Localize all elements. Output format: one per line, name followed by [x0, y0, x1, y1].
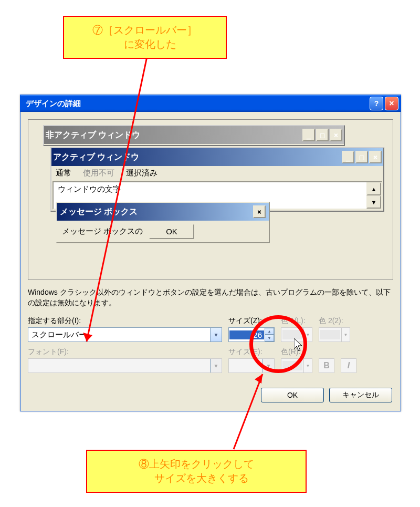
titlebar-buttons: ? ×: [370, 97, 398, 110]
item-field: 指定する部分(I): スクロールバー ▼: [28, 316, 222, 342]
menu-row: 通常 使用不可 選択済み: [51, 166, 383, 180]
color2-label: 色 2(2):: [319, 316, 350, 326]
dialog-titlebar: デザインの詳細 ? ×: [20, 95, 401, 112]
cancel-button[interactable]: キャンセル: [329, 388, 392, 402]
action-row: OK キャンセル: [28, 378, 393, 403]
close-icon: ×: [369, 151, 382, 163]
menu-normal: 通常: [56, 168, 71, 177]
cursor-icon: [294, 338, 304, 353]
item-label: 指定する部分(I):: [28, 316, 222, 326]
menu-disabled: 使用不可: [83, 168, 114, 177]
color2-field: 色 2(2): ▼: [319, 316, 350, 342]
scroll-down-icon: ▼: [366, 195, 381, 209]
close-icon: ×: [253, 205, 266, 218]
font-field: フォント(F): ▼: [28, 347, 222, 373]
preview-inactive-window: 非アクティブ ウィンドウ _ □ ×: [43, 125, 345, 146]
design-details-dialog: デザインの詳細 ? × 非アクティブ ウィンドウ _ □ ×: [20, 95, 401, 411]
ok-button[interactable]: OK: [261, 388, 324, 402]
preview-area[interactable]: 非アクティブ ウィンドウ _ □ × アクティブ ウィンドウ _: [28, 119, 393, 280]
dialog-body: 非アクティブ ウィンドウ _ □ × アクティブ ウィンドウ _: [20, 112, 401, 411]
preview-messagebox: メッセージ ボックス × メッセージ ボックスの OK: [56, 202, 270, 243]
close-button[interactable]: ×: [385, 97, 398, 110]
italic-button: I: [341, 358, 356, 373]
color2-combo: ▼: [319, 327, 350, 342]
chevron-down-icon[interactable]: ▼: [210, 328, 222, 342]
chevron-down-icon: ▼: [210, 359, 222, 373]
maximize-icon: □: [316, 129, 329, 141]
close-icon: ×: [330, 129, 342, 141]
msgbox-ok-button: OK: [149, 224, 194, 239]
controls-row-2: フォント(F): ▼ サイズ(E): ▼ 色(R):: [28, 347, 393, 373]
inactive-controls: _ □ ×: [302, 129, 342, 141]
active-controls: _ □ ×: [342, 151, 382, 163]
msgbox-body: メッセージ ボックスの OK: [57, 221, 269, 242]
inactive-title: 非アクティブ ウィンドウ: [46, 130, 140, 141]
callout-text: ⑧上矢印をクリックして サイズを大きくする: [139, 458, 254, 484]
minimize-icon: _: [302, 129, 315, 141]
scroll-buttons: ▲ ▼: [366, 182, 381, 209]
callout-text: ⑦［スクロールバー］ に変化した: [92, 24, 197, 50]
scroll-up-icon: ▲: [366, 182, 381, 195]
bold-button: B: [319, 358, 334, 373]
callout-bottom: ⑧上矢印をクリックして サイズを大きくする: [86, 450, 307, 493]
font-label: フォント(F):: [28, 347, 222, 357]
inactive-titlebar: 非アクティブ ウィンドウ _ □ ×: [44, 126, 344, 144]
msgbox-titlebar: メッセージ ボックス ×: [57, 203, 269, 221]
menu-selected: 選択済み: [126, 168, 158, 177]
callout-top: ⑦［スクロールバー］ に変化した: [63, 16, 227, 59]
color-swatch: [320, 330, 340, 339]
active-title: アクティブ ウィンドウ: [53, 152, 139, 163]
font-combo: ▼: [28, 358, 222, 373]
item-value: スクロールバー: [28, 330, 210, 340]
chevron-down-icon: ▼: [341, 328, 350, 342]
active-titlebar: アクティブ ウィンドウ _ □ ×: [51, 148, 383, 166]
note-text: Windows クラシック以外のウィンドウとボタンの設定を選んだ場合は、古いプロ…: [28, 287, 393, 308]
item-combo[interactable]: スクロールバー ▼: [28, 327, 222, 342]
chevron-down-icon: ▼: [303, 359, 312, 373]
dialog-title: デザインの詳細: [26, 99, 81, 109]
minimize-icon: _: [342, 151, 354, 163]
help-button[interactable]: ?: [370, 97, 383, 110]
msgbox-text: メッセージ ボックスの: [62, 226, 143, 236]
maximize-icon: □: [355, 151, 368, 163]
controls-row-1: 指定する部分(I): スクロールバー ▼ サイズ(Z): 26 ▲ ▼: [28, 316, 393, 342]
msgbox-title: メッセージ ボックス: [60, 206, 138, 218]
